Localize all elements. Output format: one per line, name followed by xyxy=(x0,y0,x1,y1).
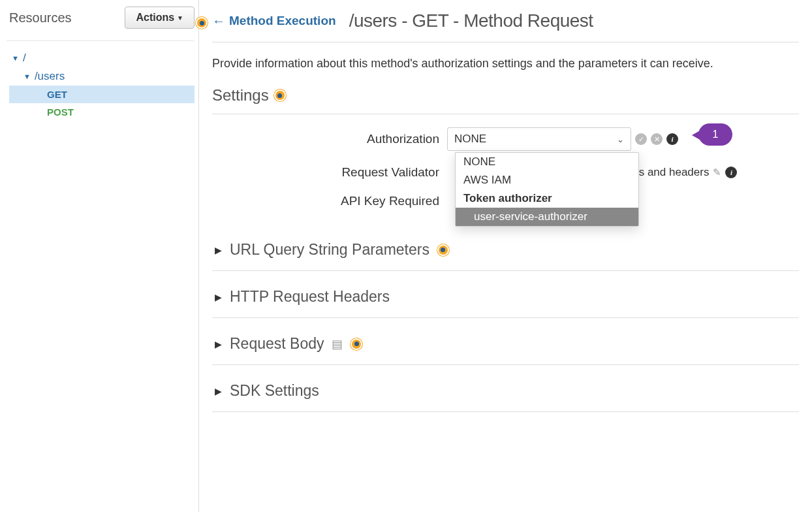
arrow-left-icon: ← xyxy=(212,14,225,29)
section-sdk-title: SDK Settings xyxy=(230,382,319,400)
tree-root-label: / xyxy=(23,52,26,65)
tree-root[interactable]: ▼ / xyxy=(9,49,195,67)
actions-label: Actions xyxy=(136,12,174,24)
actions-button[interactable]: Actions ▼ xyxy=(125,7,195,29)
hint-badge-icon xyxy=(274,89,286,101)
caret-down-icon: ▼ xyxy=(177,14,183,22)
back-label: Method Execution xyxy=(229,14,336,28)
tree-method-get[interactable]: GET xyxy=(9,86,195,103)
caret-right-icon: ▶ xyxy=(215,386,222,396)
info-icon[interactable]: i xyxy=(666,133,678,145)
caret-right-icon: ▶ xyxy=(215,339,222,349)
dropdown-option-user-service[interactable]: user-service-authorizer xyxy=(456,208,638,226)
tree-users[interactable]: ▼ /users xyxy=(9,67,195,86)
dropdown-option-iam[interactable]: AWS IAM xyxy=(456,171,638,189)
confirm-icon[interactable]: ✓ xyxy=(635,133,647,145)
info-icon[interactable]: i xyxy=(725,167,737,178)
back-link[interactable]: ← Method Execution xyxy=(212,14,336,29)
section-headers-title: HTTP Request Headers xyxy=(230,288,390,306)
dropdown-group-token: Token authorizer xyxy=(456,189,638,208)
main-content: ← Method Execution /users - GET - Method… xyxy=(199,0,812,512)
settings-title-text: Settings xyxy=(212,86,269,104)
tree-users-label: /users xyxy=(35,70,65,83)
dropdown-option-none[interactable]: NONE xyxy=(456,153,638,171)
book-icon: ▤ xyxy=(332,337,343,351)
tree-post-label: POST xyxy=(47,106,74,118)
resource-tree: ▼ / ▼ /users GET POST xyxy=(7,49,195,121)
section-body-title: Request Body xyxy=(230,335,324,353)
pencil-icon[interactable]: ✎ xyxy=(713,167,721,178)
authorization-dropdown: NONE AWS IAM Token authorizer user-servi… xyxy=(455,152,639,227)
section-url-params-title: URL Query String Parameters xyxy=(230,241,429,259)
section-url-params[interactable]: ▶ URL Query String Parameters xyxy=(212,229,799,271)
authorization-label: Authorization xyxy=(212,132,447,146)
callout-badge: 1 xyxy=(698,123,732,146)
authorization-selected: NONE xyxy=(454,133,486,146)
request-validator-label: Request Validator xyxy=(212,165,447,180)
request-validator-partial: rs and headers xyxy=(635,166,709,179)
hint-badge-icon xyxy=(351,338,362,350)
caret-down-icon: ▼ xyxy=(23,72,31,80)
caret-right-icon: ▶ xyxy=(215,292,222,302)
callout-number: 1 xyxy=(713,129,719,140)
authorization-row: Authorization NONE ⌄ ✓ ✕ i 1 NONE AWS IA… xyxy=(212,127,799,151)
chevron-down-icon: ⌄ xyxy=(617,135,624,144)
cancel-icon[interactable]: ✕ xyxy=(651,133,663,145)
api-key-label: API Key Required xyxy=(212,194,447,208)
tree-method-post[interactable]: POST xyxy=(9,103,195,121)
section-sdk[interactable]: ▶ SDK Settings xyxy=(212,370,799,412)
section-body[interactable]: ▶ Request Body ▤ xyxy=(212,323,799,365)
section-headers[interactable]: ▶ HTTP Request Headers xyxy=(212,276,799,318)
authorization-value: NONE ⌄ ✓ ✕ i xyxy=(447,127,799,151)
caret-right-icon: ▶ xyxy=(215,245,222,255)
page-description: Provide information about this method's … xyxy=(212,57,799,71)
tree-get-label: GET xyxy=(47,89,67,100)
authorization-select[interactable]: NONE ⌄ xyxy=(447,127,631,151)
main-header: ← Method Execution /users - GET - Method… xyxy=(212,10,799,42)
sidebar: Resources Actions ▼ ▼ / ▼ /users GET POS… xyxy=(0,0,199,512)
sidebar-header: Resources Actions ▼ xyxy=(7,7,195,41)
page-title: /users - GET - Method Request xyxy=(349,10,593,31)
settings-heading: Settings xyxy=(212,86,799,114)
sidebar-title: Resources xyxy=(7,10,72,25)
caret-down-icon: ▼ xyxy=(12,54,19,62)
hint-badge-icon xyxy=(437,244,449,256)
